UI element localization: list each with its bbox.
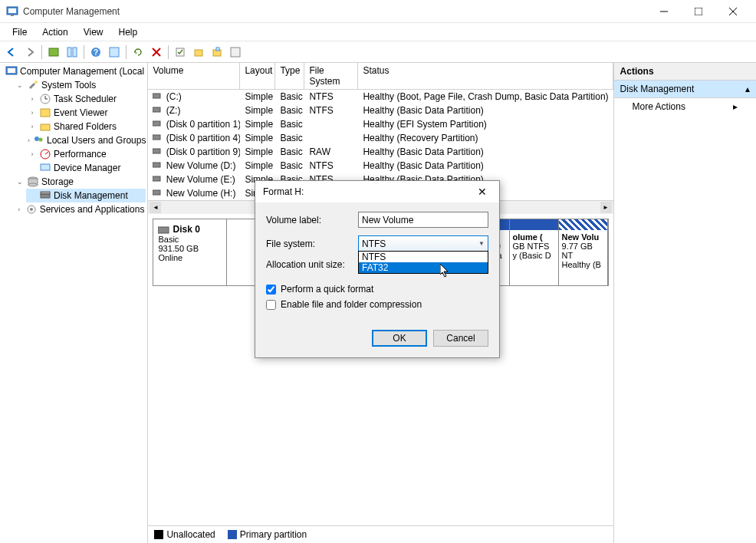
disk-icon	[158, 225, 170, 234]
delete-icon[interactable]	[148, 44, 165, 61]
volume-label-label: Volume label:	[266, 215, 358, 225]
disk-partition[interactable]: olume (GB NTFSy (Basic D	[510, 219, 559, 285]
collapse-icon[interactable]: ▴	[745, 84, 750, 94]
allocation-label: Allocation unit size:	[266, 259, 358, 270]
volume-icon	[153, 91, 163, 102]
collapse-icon[interactable]: ⌄	[15, 177, 25, 186]
svg-rect-4	[695, 8, 702, 15]
device-icon	[39, 162, 51, 174]
tree-services[interactable]: › Services and Applications	[14, 202, 146, 216]
cancel-button[interactable]: Cancel	[433, 330, 488, 347]
users-icon	[32, 134, 44, 146]
expand-icon[interactable]: ›	[28, 122, 37, 131]
volume-row[interactable]: (Disk 0 partition 1)SimpleBasicHealthy (…	[148, 117, 613, 131]
tree-task-scheduler[interactable]: ›Task Scheduler	[26, 92, 146, 106]
svg-rect-40	[153, 94, 160, 98]
expand-icon[interactable]: ›	[28, 94, 37, 104]
tree-performance[interactable]: ›Performance	[26, 147, 146, 161]
volume-row[interactable]: (Disk 0 partition 4)SimpleBasicHealthy (…	[148, 131, 613, 145]
perf-icon	[39, 148, 51, 160]
expand-icon[interactable]: ›	[28, 150, 37, 159]
actions-title: Actions	[614, 63, 756, 81]
dialog-close-button[interactable]: ✕	[473, 183, 491, 201]
disk-icon	[39, 189, 51, 202]
volume-icon	[153, 188, 163, 199]
dialog-titlebar[interactable]: Format H: ✕	[255, 181, 499, 202]
menu-file[interactable]: File	[5, 25, 35, 39]
scroll-right-icon[interactable]: ►	[600, 202, 612, 213]
filesystem-select[interactable]: NTFS ▼ NTFS FAT32	[358, 235, 488, 252]
disk-status: Online	[158, 253, 182, 262]
col-layout[interactable]: Layout	[240, 63, 275, 89]
menu-action[interactable]: Action	[35, 25, 75, 39]
volume-row[interactable]: New Volume (D:)SimpleBasicNTFSHealthy (B…	[148, 159, 613, 173]
col-volume[interactable]: Volume	[148, 63, 240, 89]
collapse-icon[interactable]: ⌄	[15, 81, 25, 90]
volume-icon	[153, 146, 163, 157]
filesystem-label: File system:	[266, 239, 358, 249]
toolbar-icon-1[interactable]	[45, 44, 62, 61]
help-icon[interactable]: ?	[87, 44, 104, 61]
svg-rect-37	[41, 192, 50, 194]
tree-storage[interactable]: ⌄ Storage	[14, 175, 146, 189]
tree-root[interactable]: Computer Management (Local	[2, 64, 146, 78]
tree-system-tools[interactable]: ⌄ System Tools	[14, 78, 146, 92]
quick-format-checkbox[interactable]: Perform a quick format	[266, 284, 488, 295]
menu-view[interactable]: View	[76, 25, 111, 39]
svg-rect-7	[49, 48, 58, 56]
volume-row[interactable]: (Disk 0 partition 9)SimpleBasicRAWHealth…	[148, 145, 613, 159]
toolbar-icon-3[interactable]	[106, 44, 123, 61]
maximize-button[interactable]	[681, 0, 715, 22]
volume-label-input[interactable]	[358, 212, 488, 228]
close-button[interactable]	[715, 0, 750, 22]
svg-point-35	[28, 183, 38, 186]
fs-option-ntfs[interactable]: NTFS	[359, 252, 488, 262]
toolbar-icon-5[interactable]	[190, 44, 207, 61]
svg-point-39	[30, 208, 33, 211]
compression-checkbox[interactable]: Enable file and folder compression	[266, 299, 488, 310]
folder-icon	[39, 120, 51, 133]
toolbar-icon-4[interactable]	[172, 44, 189, 61]
expand-icon[interactable]: ›	[28, 136, 30, 145]
forward-button[interactable]	[21, 44, 38, 61]
disk-type: Basic	[158, 235, 179, 244]
expand-icon[interactable]: ›	[15, 205, 23, 214]
scroll-left-icon[interactable]: ◄	[150, 202, 161, 213]
actions-section[interactable]: Disk Management ▴	[614, 81, 756, 98]
volume-row[interactable]: (Z:)SimpleBasicNTFSHealthy (Basic Data P…	[148, 104, 613, 117]
filesystem-dropdown: NTFS FAT32	[358, 251, 488, 274]
tools-icon	[27, 79, 39, 91]
disk-size: 931.50 GB	[158, 244, 199, 253]
svg-rect-46	[153, 176, 160, 181]
dialog-title: Format H:	[263, 186, 473, 197]
ok-button[interactable]: OK	[372, 330, 427, 347]
back-button[interactable]	[3, 44, 20, 61]
col-type[interactable]: Type	[275, 63, 304, 89]
toolbar-icon-7[interactable]	[227, 44, 244, 61]
tree-device-manager[interactable]: ›Device Manager	[26, 161, 146, 175]
fs-option-fat32[interactable]: FAT32	[359, 262, 488, 273]
disk-partition[interactable]: New Volu9.77 GB NTHealthy (B	[559, 219, 608, 285]
tree-shared-folders[interactable]: ›Shared Folders	[26, 120, 146, 133]
menu-help[interactable]: Help	[111, 25, 146, 39]
col-status[interactable]: Status	[358, 63, 613, 89]
refresh-icon[interactable]	[130, 44, 146, 61]
tree-users-groups[interactable]: ›Local Users and Groups	[26, 133, 146, 147]
tree-event-viewer[interactable]: ›Event Viewer	[26, 106, 146, 120]
menubar: File Action View Help	[0, 23, 756, 41]
disk-info[interactable]: Disk 0 Basic 931.50 GB Online	[153, 219, 227, 285]
toolbar-icon-6[interactable]	[209, 44, 225, 61]
svg-rect-36	[41, 194, 50, 198]
svg-rect-19	[231, 48, 240, 57]
tree-disk-management[interactable]: ›Disk Management	[26, 189, 146, 202]
volume-row[interactable]: (C:)SimpleBasicNTFSHealthy (Boot, Page F…	[148, 90, 613, 104]
toolbar-icon-2[interactable]	[64, 44, 81, 61]
expand-icon[interactable]: ›	[28, 108, 37, 117]
minimize-button[interactable]	[646, 0, 681, 22]
legend: Unallocated Primary partition	[148, 525, 613, 543]
svg-rect-18	[216, 48, 219, 51]
chevron-down-icon: ▼	[478, 240, 485, 247]
col-filesystem[interactable]: File System	[304, 63, 358, 89]
more-actions[interactable]: More Actions ▸	[614, 98, 756, 115]
svg-rect-16	[195, 50, 202, 56]
